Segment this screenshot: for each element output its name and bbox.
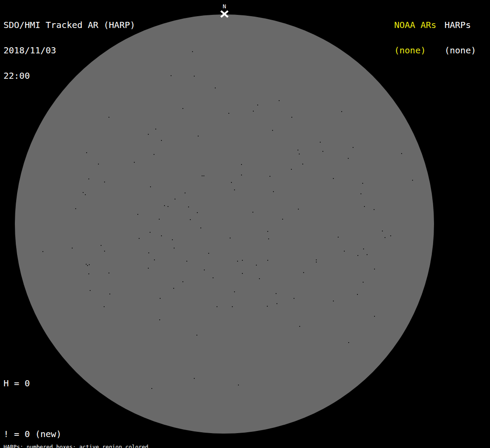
speckle-dot (374, 269, 375, 270)
speckle-dot (217, 306, 217, 307)
speckle-dot (338, 237, 339, 238)
speckle-dot (213, 277, 214, 278)
speckle-dot (171, 75, 172, 76)
speckle-dot (196, 335, 197, 336)
speckle-dot (161, 140, 162, 141)
speckle-dot (208, 253, 209, 254)
speckle-dot (320, 142, 321, 143)
speckle-dot (357, 294, 358, 295)
speckle-dot (197, 212, 198, 213)
speckle-dot (241, 164, 242, 165)
screenshot-root: { "header": { "title": "SDO/HMI Tracked … (0, 0, 490, 448)
speckle-dot (87, 265, 88, 266)
speckle-dot (172, 239, 173, 240)
speckle-dot (134, 162, 135, 163)
speckle-dot (200, 228, 201, 228)
speckle-dot (230, 238, 231, 238)
speckle-dot (88, 178, 89, 179)
speckle-dot (98, 164, 99, 164)
speckle-dot (174, 248, 175, 248)
speckle-dot (75, 208, 76, 209)
harps-value: (none) (444, 46, 476, 55)
speckle-dot (364, 206, 365, 207)
speckle-dot (173, 288, 174, 289)
speckle-dot (270, 176, 270, 177)
speckle-dot (148, 134, 149, 135)
speckle-dot (231, 182, 232, 183)
legend-spacer (4, 405, 104, 413)
speckle-dot (374, 316, 375, 317)
speckle-dot (194, 76, 195, 77)
speckle-dot (242, 273, 243, 274)
speckle-dot (353, 147, 354, 148)
speckle-dot (154, 154, 154, 155)
speckle-dot (348, 158, 349, 159)
speckle-dot (279, 100, 280, 101)
speckle-dot (299, 154, 300, 154)
speckle-dot (362, 183, 363, 184)
speckle-dot (139, 238, 140, 239)
footnote-harps: HARPs: numbered boxes; active region col… (4, 444, 195, 448)
speckle-dot (257, 105, 258, 105)
noaa-ars-status: NOAA ARs (none) (394, 4, 436, 63)
speckle-dot (148, 268, 149, 269)
speckle-dot (241, 175, 242, 175)
speckle-dot (155, 129, 156, 130)
speckle-dot (83, 192, 84, 193)
speckle-dot (367, 254, 368, 255)
speckle-dot (316, 262, 317, 262)
speckle-dot (108, 273, 109, 273)
speckle-dot (267, 306, 268, 307)
speckle-dot (267, 231, 268, 232)
speckle-dot (298, 150, 298, 150)
speckle-dot (204, 270, 205, 270)
speckle-dot (322, 151, 323, 152)
speckle-dot (203, 175, 204, 176)
speckle-dot (159, 319, 160, 320)
speckle-dot (168, 206, 168, 207)
footnotes: HARPs: numbered boxes; active region col… (4, 434, 195, 448)
noaa-ars-value: (none) (394, 46, 436, 55)
speckle-dot (190, 219, 191, 220)
speckle-dot (276, 293, 276, 294)
speckle-dot (237, 261, 238, 262)
north-marker-icon (220, 10, 229, 18)
speckle-dot (299, 326, 300, 327)
speckle-dot (357, 255, 358, 256)
speckle-dot (104, 306, 105, 307)
speckle-dot (202, 175, 203, 176)
speckle-dot (90, 290, 91, 291)
speckle-dot (291, 169, 292, 170)
speckle-dot (88, 273, 89, 274)
image-title: SDO/HMI Tracked AR (HARP) (4, 21, 135, 29)
north-label: N (220, 4, 228, 9)
speckle-dot (137, 214, 138, 215)
speckle-dot (273, 191, 274, 192)
harps-status: HARPs (none) (444, 4, 476, 63)
speckle-dot (302, 164, 303, 164)
speckle-dot (85, 194, 86, 195)
speckle-dot (101, 245, 102, 246)
speckle-dot (161, 235, 162, 236)
speckle-dot (104, 182, 105, 182)
speckle-dot (109, 294, 110, 294)
speckle-dot (341, 111, 342, 112)
speckle-dot (316, 259, 317, 260)
speckle-dot (182, 281, 183, 282)
speckle-dot (234, 189, 235, 190)
speckle-dot (192, 51, 193, 52)
speckle-dot (72, 248, 73, 248)
speckle-dot (215, 88, 216, 88)
speckle-dot (164, 205, 165, 206)
speckle-dot (194, 378, 195, 379)
speckle-dot (108, 117, 109, 118)
speckle-dot (348, 342, 349, 343)
speckle-dot (374, 209, 374, 210)
speckle-dot (182, 108, 183, 109)
noaa-ars-label: NOAA ARs (394, 21, 436, 29)
speckle-dot (234, 291, 235, 292)
speckle-dot (242, 260, 243, 261)
speckle-dot (175, 199, 175, 200)
speckle-dot (252, 212, 253, 213)
speckle-dot (333, 301, 334, 301)
